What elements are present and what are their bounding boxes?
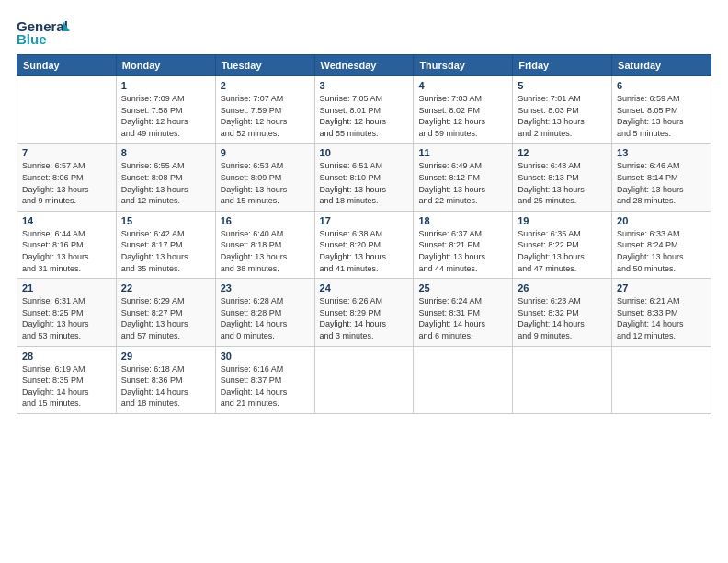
day-number: 28 (22, 350, 111, 362)
day-cell (17, 76, 117, 144)
day-cell: 13Sunrise: 6:46 AM Sunset: 8:14 PM Dayli… (612, 144, 711, 211)
day-info: Sunrise: 6:35 AM Sunset: 8:22 PM Dayligh… (518, 228, 607, 274)
day-cell (314, 346, 414, 413)
day-info: Sunrise: 7:01 AM Sunset: 8:03 PM Dayligh… (518, 93, 607, 139)
day-info: Sunrise: 6:28 AM Sunset: 8:28 PM Dayligh… (221, 295, 310, 341)
day-number: 6 (617, 80, 706, 91)
day-number: 13 (617, 147, 706, 158)
day-info: Sunrise: 6:21 AM Sunset: 8:33 PM Dayligh… (617, 295, 706, 341)
day-cell (414, 346, 513, 413)
day-info: Sunrise: 6:26 AM Sunset: 8:29 PM Dayligh… (320, 295, 409, 341)
day-cell: 20Sunrise: 6:33 AM Sunset: 8:24 PM Dayli… (612, 211, 711, 278)
day-number: 1 (121, 80, 210, 91)
header: GeneralBlue (17, 17, 711, 49)
day-cell: 16Sunrise: 6:40 AM Sunset: 8:18 PM Dayli… (215, 211, 314, 278)
day-number: 29 (121, 350, 210, 362)
day-info: Sunrise: 6:38 AM Sunset: 8:20 PM Dayligh… (320, 228, 409, 274)
day-number: 19 (518, 215, 607, 226)
header-cell-sunday: Sunday (17, 55, 117, 76)
day-cell: 15Sunrise: 6:42 AM Sunset: 8:17 PM Dayli… (116, 211, 215, 278)
day-number: 11 (418, 147, 507, 158)
day-cell: 19Sunrise: 6:35 AM Sunset: 8:22 PM Dayli… (513, 211, 612, 278)
day-number: 26 (518, 282, 607, 293)
day-info: Sunrise: 6:49 AM Sunset: 8:12 PM Dayligh… (418, 160, 507, 206)
day-info: Sunrise: 6:55 AM Sunset: 8:08 PM Dayligh… (121, 160, 210, 206)
day-number: 18 (418, 215, 507, 226)
day-cell (513, 346, 612, 413)
day-info: Sunrise: 6:16 AM Sunset: 8:37 PM Dayligh… (221, 363, 310, 409)
week-row-2: 14Sunrise: 6:44 AM Sunset: 8:16 PM Dayli… (17, 211, 711, 278)
day-number: 25 (418, 282, 507, 293)
day-number: 16 (221, 215, 310, 226)
day-info: Sunrise: 6:18 AM Sunset: 8:36 PM Dayligh… (121, 363, 210, 409)
day-cell: 29Sunrise: 6:18 AM Sunset: 8:36 PM Dayli… (116, 346, 215, 413)
week-row-0: 1Sunrise: 7:09 AM Sunset: 7:58 PM Daylig… (17, 76, 711, 144)
day-cell: 9Sunrise: 6:53 AM Sunset: 8:09 PM Daylig… (215, 144, 314, 211)
day-number: 3 (320, 80, 409, 91)
day-number: 21 (22, 282, 111, 293)
day-info: Sunrise: 6:48 AM Sunset: 8:13 PM Dayligh… (518, 160, 607, 206)
day-number: 9 (221, 147, 310, 158)
day-number: 8 (121, 147, 210, 158)
day-info: Sunrise: 6:23 AM Sunset: 8:32 PM Dayligh… (518, 295, 607, 341)
day-number: 7 (22, 147, 111, 158)
day-info: Sunrise: 6:44 AM Sunset: 8:16 PM Dayligh… (22, 228, 111, 274)
day-cell: 14Sunrise: 6:44 AM Sunset: 8:16 PM Dayli… (17, 211, 117, 278)
day-cell: 6Sunrise: 6:59 AM Sunset: 8:05 PM Daylig… (612, 76, 711, 144)
day-number: 23 (221, 282, 310, 293)
day-cell: 24Sunrise: 6:26 AM Sunset: 8:29 PM Dayli… (314, 279, 414, 346)
day-cell: 25Sunrise: 6:24 AM Sunset: 8:31 PM Dayli… (414, 279, 513, 346)
day-info: Sunrise: 6:29 AM Sunset: 8:27 PM Dayligh… (121, 295, 210, 341)
day-cell: 5Sunrise: 7:01 AM Sunset: 8:03 PM Daylig… (513, 76, 612, 144)
day-info: Sunrise: 6:24 AM Sunset: 8:31 PM Dayligh… (418, 295, 507, 341)
day-cell: 18Sunrise: 6:37 AM Sunset: 8:21 PM Dayli… (414, 211, 513, 278)
day-cell: 12Sunrise: 6:48 AM Sunset: 8:13 PM Dayli… (513, 144, 612, 211)
day-info: Sunrise: 6:46 AM Sunset: 8:14 PM Dayligh… (617, 160, 706, 206)
svg-text:Blue: Blue (17, 31, 47, 47)
logo-svg: GeneralBlue (17, 17, 72, 49)
day-number: 22 (121, 282, 210, 293)
day-cell: 21Sunrise: 6:31 AM Sunset: 8:25 PM Dayli… (17, 279, 117, 346)
day-cell (612, 346, 711, 413)
day-info: Sunrise: 6:37 AM Sunset: 8:21 PM Dayligh… (418, 228, 507, 274)
day-cell: 27Sunrise: 6:21 AM Sunset: 8:33 PM Dayli… (612, 279, 711, 346)
day-info: Sunrise: 6:42 AM Sunset: 8:17 PM Dayligh… (121, 228, 210, 274)
logo: GeneralBlue (17, 17, 72, 49)
day-cell: 1Sunrise: 7:09 AM Sunset: 7:58 PM Daylig… (116, 76, 215, 144)
day-number: 5 (518, 80, 607, 91)
header-cell-monday: Monday (116, 55, 215, 76)
day-cell: 30Sunrise: 6:16 AM Sunset: 8:37 PM Dayli… (215, 346, 314, 413)
day-cell: 11Sunrise: 6:49 AM Sunset: 8:12 PM Dayli… (414, 144, 513, 211)
header-cell-tuesday: Tuesday (215, 55, 314, 76)
day-info: Sunrise: 6:33 AM Sunset: 8:24 PM Dayligh… (617, 228, 706, 274)
day-info: Sunrise: 6:40 AM Sunset: 8:18 PM Dayligh… (221, 228, 310, 274)
day-info: Sunrise: 6:19 AM Sunset: 8:35 PM Dayligh… (22, 363, 111, 409)
day-number: 30 (221, 350, 310, 362)
day-cell: 2Sunrise: 7:07 AM Sunset: 7:59 PM Daylig… (215, 76, 314, 144)
week-row-1: 7Sunrise: 6:57 AM Sunset: 8:06 PM Daylig… (17, 144, 711, 211)
week-row-3: 21Sunrise: 6:31 AM Sunset: 8:25 PM Dayli… (17, 279, 711, 346)
day-info: Sunrise: 7:03 AM Sunset: 8:02 PM Dayligh… (418, 93, 507, 139)
day-cell: 26Sunrise: 6:23 AM Sunset: 8:32 PM Dayli… (513, 279, 612, 346)
day-info: Sunrise: 6:53 AM Sunset: 8:09 PM Dayligh… (221, 160, 310, 206)
day-cell: 10Sunrise: 6:51 AM Sunset: 8:10 PM Dayli… (314, 144, 414, 211)
day-number: 12 (518, 147, 607, 158)
day-number: 15 (121, 215, 210, 226)
day-number: 10 (320, 147, 409, 158)
day-number: 17 (320, 215, 409, 226)
day-number: 14 (22, 215, 111, 226)
day-cell: 7Sunrise: 6:57 AM Sunset: 8:06 PM Daylig… (17, 144, 117, 211)
day-cell: 17Sunrise: 6:38 AM Sunset: 8:20 PM Dayli… (314, 211, 414, 278)
page: GeneralBlue SundayMondayTuesdayWednesday… (0, 0, 728, 563)
day-number: 2 (221, 80, 310, 91)
calendar-table: SundayMondayTuesdayWednesdayThursdayFrid… (17, 54, 711, 414)
day-number: 24 (320, 282, 409, 293)
day-number: 4 (418, 80, 507, 91)
day-info: Sunrise: 6:51 AM Sunset: 8:10 PM Dayligh… (320, 160, 409, 206)
day-info: Sunrise: 6:57 AM Sunset: 8:06 PM Dayligh… (22, 160, 111, 206)
day-cell: 8Sunrise: 6:55 AM Sunset: 8:08 PM Daylig… (116, 144, 215, 211)
day-cell: 28Sunrise: 6:19 AM Sunset: 8:35 PM Dayli… (17, 346, 117, 413)
day-info: Sunrise: 6:59 AM Sunset: 8:05 PM Dayligh… (617, 93, 706, 139)
day-info: Sunrise: 7:05 AM Sunset: 8:01 PM Dayligh… (320, 93, 409, 139)
header-cell-saturday: Saturday (612, 55, 711, 76)
